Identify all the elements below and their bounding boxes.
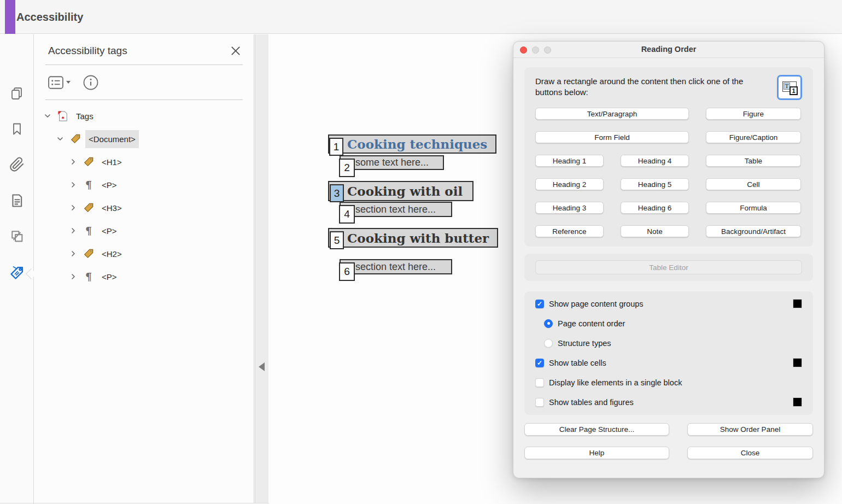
tree-item-tags[interactable]: Tags [34, 104, 254, 127]
table-button[interactable]: Table [706, 155, 801, 167]
option-label: Display like elements in a single block [549, 378, 682, 387]
heading-2-button[interactable]: Heading 2 [535, 178, 604, 190]
show-order-panel-button[interactable]: Show Order Panel [687, 423, 813, 436]
chevron-right-icon[interactable] [69, 272, 78, 281]
content-order-icon[interactable] [9, 228, 25, 244]
reading-order-badge[interactable]: 5 [330, 231, 344, 249]
bookmark-icon[interactable] [9, 121, 25, 137]
option-row: Show page content groups [535, 299, 802, 308]
display-like-elements-checkbox[interactable] [535, 378, 544, 387]
figure-caption-button[interactable]: Figure/Caption [706, 131, 801, 143]
window-minimize-button[interactable] [532, 46, 539, 54]
content-region[interactable]: Cooking with oil [328, 181, 473, 201]
paragraph-icon: ¶ [83, 179, 95, 191]
chevron-right-icon[interactable] [69, 180, 78, 189]
tree-item-p[interactable]: ¶ <P> [34, 219, 254, 242]
content-region[interactable]: some text here... [340, 155, 444, 170]
region-heading-text: Cooking with butter [329, 231, 489, 245]
reading-order-badge[interactable]: 2 [339, 159, 355, 177]
note-button[interactable]: Note [621, 225, 689, 237]
reading-order-badge[interactable]: 6 [339, 262, 355, 281]
tag-options-menu-button[interactable] [48, 76, 71, 89]
window-close-button[interactable] [520, 46, 527, 54]
tree-item-h2[interactable]: <H2> [34, 242, 254, 265]
background-artifact-button[interactable]: Background/Artifact [706, 225, 801, 237]
option-label: Show page content groups [549, 300, 644, 308]
option-row: Structure types [535, 338, 802, 348]
close-icon[interactable] [230, 45, 242, 57]
formula-button[interactable]: Formula [706, 202, 801, 214]
structure-types-radio[interactable] [544, 339, 553, 348]
accessibility-tags-panel: Accessibility tags Tags <Document> [34, 34, 254, 503]
heading-6-button[interactable]: Heading 6 [621, 202, 689, 214]
chevron-right-icon[interactable] [69, 226, 78, 235]
tree-item-document[interactable]: <Document> [34, 127, 254, 150]
tag-icon [69, 133, 81, 145]
form-field-button[interactable]: Form Field [535, 131, 689, 143]
help-button[interactable]: Help [524, 447, 669, 459]
table-editor-section: Table Editor [524, 254, 813, 281]
chevron-right-icon[interactable] [69, 203, 78, 212]
chevron-down-icon[interactable] [43, 112, 52, 120]
option-row: Show table cells [535, 358, 802, 367]
chevron-down-icon[interactable] [56, 134, 65, 143]
chevron-right-icon[interactable] [69, 157, 78, 166]
instructions-text: Draw a rectangle around the content then… [535, 75, 771, 98]
reading-order-badge[interactable]: 4 [339, 205, 355, 224]
display-options-section: Show page content groups Page content or… [524, 291, 813, 415]
chevron-right-icon[interactable] [69, 249, 78, 258]
page-content-order-radio[interactable] [544, 319, 553, 328]
accent-stripe [5, 0, 15, 34]
tree-item-h3[interactable]: <H3> [34, 196, 254, 219]
paragraph-icon: ¶ [83, 225, 95, 237]
cell-button[interactable]: Cell [706, 178, 801, 190]
color-swatch[interactable] [793, 397, 802, 407]
option-label: Show tables and figures [549, 398, 634, 407]
paperclip-icon[interactable] [9, 157, 25, 172]
option-row: Display like elements in a single block [535, 378, 802, 387]
collapse-panel-arrow-icon[interactable] [259, 362, 265, 371]
tag-icon [83, 248, 95, 260]
content-region[interactable]: section text here... [340, 202, 452, 217]
divider [45, 99, 243, 100]
content-region[interactable]: Cooking with butter [328, 228, 498, 248]
page-icon[interactable] [9, 193, 25, 208]
heading-4-button[interactable]: Heading 4 [621, 155, 689, 167]
text-paragraph-button[interactable]: Text/Paragraph [535, 108, 689, 120]
tree-item-p[interactable]: ¶ <P> [34, 265, 254, 288]
close-button[interactable]: Close [687, 447, 813, 459]
show-page-content-groups-checkbox[interactable] [535, 300, 544, 308]
tree-item-h1[interactable]: <H1> [34, 150, 254, 173]
dialog-title: Reading Order [513, 42, 824, 57]
option-row: Page content order [535, 319, 802, 328]
figure-button[interactable]: Figure [706, 108, 801, 120]
clear-page-structure-button[interactable]: Clear Page Structure... [524, 423, 669, 436]
region-body-text: section text here... [341, 204, 436, 215]
reading-order-badge-selected[interactable]: 3 [330, 184, 344, 202]
accessibility-tag-icon[interactable] [9, 265, 25, 280]
reference-button[interactable]: Reference [535, 225, 604, 237]
panel-resize-gutter[interactable] [255, 34, 268, 503]
page-title: Accessibility [16, 0, 83, 34]
page-copy-icon[interactable] [9, 86, 25, 101]
tree-item-label: <P> [98, 222, 120, 240]
show-tables-figures-checkbox[interactable] [535, 398, 544, 407]
info-icon[interactable] [83, 74, 99, 91]
show-table-cells-checkbox[interactable] [535, 359, 544, 367]
tree-item-p[interactable]: ¶ <P> [34, 173, 254, 196]
heading-5-button[interactable]: Heading 5 [621, 178, 689, 190]
color-swatch[interactable] [793, 299, 802, 308]
tagging-section: Draw a rectangle around the content then… [524, 67, 813, 247]
reading-order-tool-icon[interactable]: T 1 [777, 75, 802, 100]
content-region[interactable]: section text here... [340, 259, 452, 274]
reading-order-badge[interactable]: 1 [329, 138, 343, 156]
option-label: Page content order [558, 319, 625, 328]
tree-item-label: <H2> [98, 245, 125, 263]
tree-item-label: <Document> [85, 130, 139, 148]
heading-3-button[interactable]: Heading 3 [535, 202, 604, 214]
color-swatch[interactable] [793, 358, 802, 367]
window-zoom-button[interactable] [544, 46, 551, 54]
dialog-titlebar: Reading Order [513, 42, 824, 58]
heading-1-button[interactable]: Heading 1 [535, 155, 604, 167]
content-region[interactable]: Cooking techniques [328, 134, 496, 154]
